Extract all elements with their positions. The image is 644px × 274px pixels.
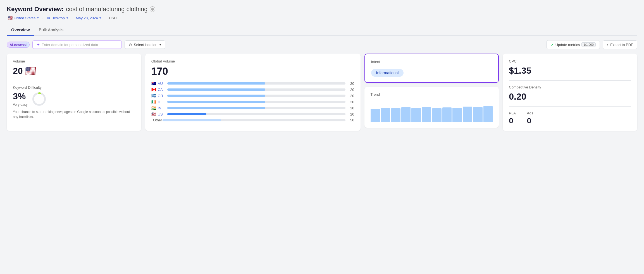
ads-label: Ads (527, 111, 533, 115)
cpc-label: CPC (509, 59, 631, 63)
volume-number: 20 (13, 66, 23, 76)
cards-grid: Volume 20 🇺🇸 Keyword Difficulty 3% Very … (7, 54, 637, 131)
num-ie: 20 (347, 100, 354, 104)
tab-bulk-analysis[interactable]: Bulk Analysis (34, 25, 68, 36)
bar-bg-au (167, 82, 345, 85)
svg-point-0 (33, 93, 45, 105)
bar-fill-in (167, 107, 265, 109)
flag-in: 🇮🇳 (151, 106, 156, 110)
device-label: Desktop (51, 16, 65, 20)
date-label: May 28, 2024 (76, 16, 98, 20)
bar-fill-au (167, 82, 265, 85)
bar-bg-in (167, 107, 345, 109)
trend-bar-4 (401, 107, 411, 122)
pla-metric: PLA 0 (509, 111, 516, 125)
flag-ie: 🇮🇪 (151, 100, 156, 104)
tab-overview[interactable]: Overview (7, 25, 34, 36)
country-flag: 🇺🇸 (8, 16, 13, 20)
trend-card: Trend (364, 87, 499, 128)
divider-pla (509, 106, 631, 107)
code-ie: IE (158, 100, 166, 104)
trend-bar-11 (473, 107, 483, 122)
middle-column: Intent Informational Trend (364, 54, 499, 131)
location-icon: ⊙ (129, 42, 132, 47)
trend-bar-8 (442, 107, 452, 122)
code-au: AU (158, 81, 166, 86)
kd-donut (32, 92, 47, 107)
num-other: 50 (347, 118, 354, 122)
location-select[interactable]: ⊙ Select location ▾ (125, 40, 166, 49)
update-metrics-button[interactable]: ✓ Update metrics 1/1,000 (547, 40, 600, 49)
location-label: Select location (134, 43, 158, 47)
domain-input-wrapper[interactable]: ✦ Enter domain for personalized data (32, 40, 122, 49)
export-pdf-button[interactable]: ↑ Export to PDF (603, 40, 637, 49)
competitive-value: 0.20 (509, 92, 631, 102)
volume-value: 20 🇺🇸 (13, 66, 135, 76)
country-chevron: ▾ (37, 16, 39, 20)
pla-value: 0 (509, 116, 516, 125)
kd-easy: Very easy (13, 103, 28, 107)
trend-bar-12 (483, 106, 493, 122)
bar-fill-gr (167, 95, 265, 97)
intent-label: Intent (371, 60, 492, 64)
country-row-au: 🇦🇺 AU 20 (151, 81, 354, 86)
keyword-text: cost of manufacturing clothing (66, 6, 147, 13)
country-row-gr: 🇬🇷 GR 20 (151, 93, 354, 98)
flag-au: 🇦🇺 (151, 81, 156, 86)
kd-value: 3% (13, 91, 28, 102)
export-icon: ↑ (607, 43, 609, 47)
code-us: US (158, 112, 166, 116)
bar-bg-gr (167, 95, 345, 97)
sparkle-icon: ✦ (37, 42, 40, 47)
title-prefix: Keyword Overview: (7, 6, 64, 13)
flag-gr: 🇬🇷 (151, 93, 156, 98)
page-header: Keyword Overview: cost of manufacturing … (7, 6, 637, 21)
global-volume-card: Global Volume 170 🇦🇺 AU 20 🇨🇦 CA 20 🇬🇷 G… (145, 54, 361, 131)
bar-bg-ca (167, 88, 345, 91)
update-counter: 1/1,000 (581, 42, 596, 47)
bar-fill-us (167, 113, 206, 115)
date-selector[interactable]: May 28, 2024 ▾ (75, 15, 102, 21)
device-icon: 🖥 (47, 16, 50, 20)
country-selector[interactable]: 🇺🇸 United States ▾ (7, 15, 40, 21)
trend-bar-7 (432, 108, 442, 122)
intent-badge: Informational (371, 69, 404, 77)
page-wrapper: Keyword Overview: cost of manufacturing … (0, 0, 644, 274)
add-keyword-icon[interactable]: ⊕ (150, 6, 155, 12)
meta-divider-1: · (42, 16, 43, 20)
flag-ca: 🇨🇦 (151, 87, 156, 92)
country-row-in: 🇮🇳 IN 20 (151, 106, 354, 110)
code-gr: GR (158, 94, 166, 98)
kd-description: Your chance to start ranking new pages o… (13, 109, 135, 119)
country-label: United States (14, 16, 35, 20)
divider-cpc (509, 80, 631, 81)
num-gr: 20 (347, 94, 354, 98)
ads-value: 0 (527, 116, 533, 125)
trend-bar-2 (381, 108, 390, 122)
pla-label: PLA (509, 111, 516, 115)
date-chevron: ▾ (99, 16, 101, 20)
num-au: 20 (347, 81, 354, 86)
location-chevron: ▾ (159, 43, 161, 47)
num-us: 20 (347, 112, 354, 116)
device-selector[interactable]: 🖥 Desktop ▾ (46, 15, 69, 21)
page-title: Keyword Overview: cost of manufacturing … (7, 6, 637, 13)
intent-card: Intent Informational (364, 54, 499, 83)
currency-label: USD (108, 15, 118, 21)
code-other: Other (153, 118, 161, 122)
kd-row: 3% Very easy (13, 91, 135, 107)
trend-bar-3 (391, 108, 400, 122)
domain-placeholder: Enter domain for personalized data (42, 43, 98, 47)
tabs-bar: Overview Bulk Analysis (7, 25, 637, 36)
divider-1 (13, 81, 135, 81)
bar-bg-ie (167, 101, 345, 103)
competitive-label: Competitive Density (509, 85, 631, 89)
toolbar: AI-powered ✦ Enter domain for personaliz… (7, 40, 637, 49)
trend-bar-1 (371, 109, 380, 122)
country-row-ie: 🇮🇪 IE 20 (151, 100, 354, 104)
global-volume-value: 170 (151, 66, 354, 77)
num-ca: 20 (347, 88, 354, 92)
ads-metric: Ads 0 (527, 111, 533, 125)
trend-bar-5 (411, 108, 421, 122)
bar-bg-us (167, 113, 345, 115)
